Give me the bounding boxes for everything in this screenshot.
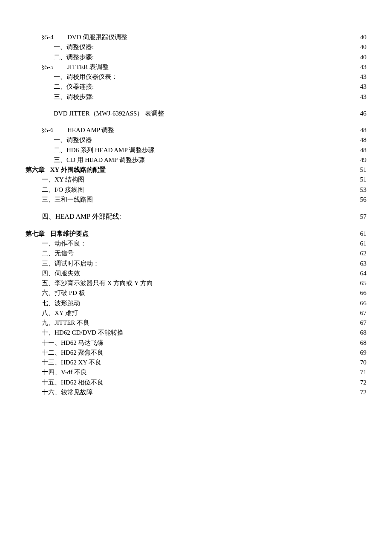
toc-subentry-title: 三、调校步骤:	[54, 92, 94, 102]
toc-entry: §5-4DVD 伺服跟踪仪调整40	[26, 32, 366, 42]
toc-entry: 十一、HD62 马达飞碟68	[26, 338, 366, 348]
toc-entry: 十、HD62 CD/DVD 不能转换68	[26, 328, 366, 338]
toc-entry: §5-6HEAD AMP 调整48	[26, 125, 366, 135]
toc-entry-label: 二、I/O 接线图	[42, 185, 84, 195]
toc-section-title: HEAD AMP 调整	[67, 125, 114, 135]
toc-subentry-title: 二、无信号	[42, 249, 74, 258]
toc-subentry-title: 四、伺服失效	[42, 269, 80, 278]
toc-page-number: 43	[360, 82, 366, 92]
toc-page-number: 43	[360, 62, 366, 72]
toc-entry-label: 五、李沙育示波器只有 X 方向或 Y 方向	[42, 278, 153, 288]
toc-entry: 十六、较常见故障72	[26, 387, 366, 397]
toc-entry: 二、仪器连接:43	[26, 82, 366, 92]
toc-entry: 七、波形跳动66	[26, 298, 366, 308]
toc-entry-label: 一、动作不良：	[42, 239, 86, 249]
toc-page-number: 67	[360, 308, 366, 318]
toc-subentry-title: 一、调整仪器:	[54, 42, 94, 52]
toc-page-number: 71	[360, 367, 366, 377]
toc-subentry-title: 一、XY 结构图	[42, 175, 84, 185]
toc-subentry-title: 一、调校用仪器仪表：	[54, 72, 118, 82]
toc-entry: 八、XY 难打67	[26, 308, 366, 318]
toc-entry: 二、调整步骤:40	[26, 52, 366, 62]
toc-subentry-title: 九、JITTER 不良	[42, 318, 89, 328]
toc-entry-label: 三、调试时不启动：	[42, 259, 99, 269]
toc-page-number: 49	[360, 155, 366, 165]
toc-entry-label: §5-4DVD 伺服跟踪仪调整	[42, 32, 127, 42]
toc-entry: 四、伺服失效64	[26, 269, 366, 278]
toc-subentry-title: 十、HD62 CD/DVD 不能转换	[42, 328, 124, 338]
toc-page-number: 40	[360, 52, 366, 62]
toc-entry: 十四、V-df 不良71	[26, 367, 366, 377]
toc-page-number: 64	[360, 269, 366, 278]
toc-entry-label: 二、调整步骤:	[54, 52, 94, 62]
toc-section-title: DVD 伺服跟踪仪调整	[67, 32, 127, 42]
toc-subentry-title: 十六、较常见故障	[42, 387, 93, 397]
toc-entry-label: 八、XY 难打	[42, 308, 78, 318]
toc-entry: DVD JITTER（MWJ-6392ASS） 表调整46	[26, 109, 366, 119]
toc-page-number: 70	[360, 358, 366, 367]
toc-page-number: 66	[360, 288, 366, 298]
toc-entry: 五、李沙育示波器只有 X 方向或 Y 方向65	[26, 278, 366, 288]
toc-entry-label: 一、调整仪器:	[54, 42, 94, 52]
toc-entry: 三、调校步骤:43	[26, 92, 366, 102]
toc-page-number: 69	[360, 348, 366, 358]
toc-page-number: 72	[360, 378, 366, 387]
toc-subentry-title: 八、XY 难打	[42, 308, 78, 318]
toc-entry-label: 一、XY 结构图	[42, 175, 84, 185]
toc-page-number: 61	[360, 229, 366, 239]
toc-entry: 十三、HD62 XY 不良70	[26, 358, 366, 367]
toc-page-number: 43	[360, 72, 366, 82]
toc-entry: 第七章 日常维护要点61	[26, 229, 366, 239]
toc-entry-label: 第七章 日常维护要点	[26, 229, 89, 239]
toc-entry-label: 十五、HD62 相位不良	[42, 378, 104, 387]
toc-entry-label: 十三、HD62 XY 不良	[42, 358, 101, 367]
toc-subentry-title: 四、HEAD AMP 外部配线:	[42, 211, 121, 222]
toc-entry-label: 四、伺服失效	[42, 269, 80, 278]
toc-page-number: 57	[360, 212, 366, 222]
toc-page-number: 48	[360, 145, 366, 155]
toc-page-number: 51	[360, 175, 366, 185]
toc-chapter-number: 第七章	[26, 229, 49, 239]
toc-subentry-title: 七、波形跳动	[42, 298, 80, 308]
toc-page-number: 43	[360, 92, 366, 102]
toc-page-number: 65	[360, 278, 366, 288]
toc-subentry-title: DVD JITTER（MWJ-6392ASS） 表调整	[54, 109, 164, 119]
toc-entry-label: DVD JITTER（MWJ-6392ASS） 表调整	[54, 109, 164, 119]
toc-subentry-title: 三、CD 用 HEAD AMP 调整步骤	[54, 155, 145, 165]
toc-chapter-number: 第六章	[26, 165, 49, 175]
toc-page-number: 61	[360, 239, 366, 249]
toc-entry-label: 十六、较常见故障	[42, 387, 93, 397]
toc-entry-label: §5-5JITTER 表调整	[42, 62, 109, 72]
toc-entry: 一、XY 结构图51	[26, 175, 366, 185]
toc-entry: 六、打破 PD 板66	[26, 288, 366, 298]
toc-subentry-title: 二、仪器连接:	[54, 82, 94, 92]
toc-page-number: 62	[360, 249, 366, 258]
toc-entry-label: 三、三和一线路图	[42, 195, 93, 205]
toc-subentry-title: 十四、V-df 不良	[42, 367, 87, 377]
toc-entry: 二、I/O 接线图53	[26, 185, 366, 195]
toc-page-number: 67	[360, 318, 366, 328]
toc-entry: 九、JITTER 不良67	[26, 318, 366, 328]
toc-entry-label: 三、CD 用 HEAD AMP 调整步骤	[54, 155, 145, 165]
toc-entry: 四、HEAD AMP 外部配线:57	[26, 211, 366, 222]
toc-entry-label: 第六章 XY 外围线路的配置	[26, 165, 106, 175]
toc-page-number: 68	[360, 328, 366, 338]
toc-entry-label: 十四、V-df 不良	[42, 367, 87, 377]
toc-subentry-title: 十二、HD62 聚焦不良	[42, 348, 104, 358]
toc-entry: §5-5JITTER 表调整43	[26, 62, 366, 72]
toc-entry: 十二、HD62 聚焦不良69	[26, 348, 366, 358]
toc-subentry-title: 十三、HD62 XY 不良	[42, 358, 101, 367]
toc-chapter-title: XY 外围线路的配置	[50, 165, 106, 175]
toc-entry: 三、CD 用 HEAD AMP 调整步骤49	[26, 155, 366, 165]
toc-entry-label: §5-6HEAD AMP 调整	[42, 125, 114, 135]
toc-subentry-title: 十五、HD62 相位不良	[42, 378, 104, 387]
toc-subentry-title: 五、李沙育示波器只有 X 方向或 Y 方向	[42, 278, 153, 288]
toc-page-number: 48	[360, 125, 366, 135]
toc-page-number: 46	[360, 109, 366, 119]
toc-section-number: §5-4	[42, 32, 67, 42]
toc-page-number: 48	[360, 135, 366, 145]
toc-entry: 一、调整仪器48	[26, 135, 366, 145]
toc-entry: 三、三和一线路图56	[26, 195, 366, 205]
toc-page-number: 53	[360, 185, 366, 195]
toc-page-number: 40	[360, 32, 366, 42]
